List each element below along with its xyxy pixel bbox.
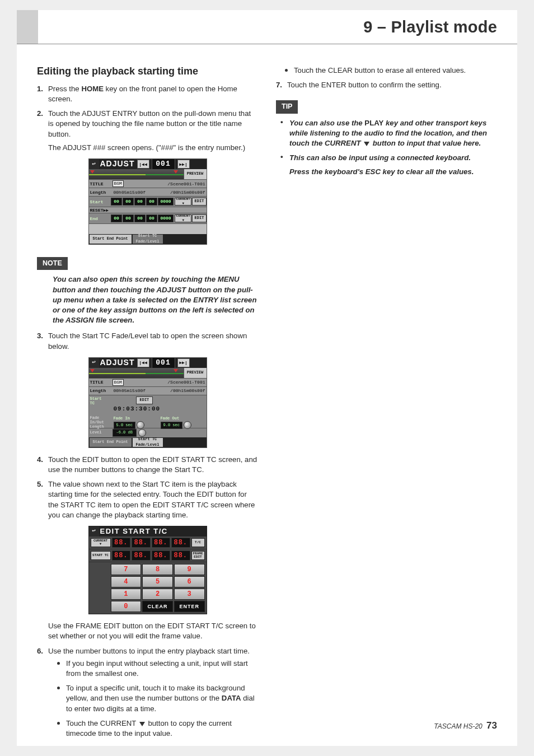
enter-button[interactable]: ENTER — [174, 601, 205, 612]
home-key: HOME — [81, 85, 104, 93]
steps-part4: 6 Use the number buttons to input the en… — [37, 646, 258, 739]
next-entry-button[interactable]: ▶▶| — [177, 358, 190, 367]
starttc-row: START TC 88. 88. 88. 88. FRAMEEDIT — [89, 549, 207, 562]
reset-row: RESET▶▶ — [89, 207, 207, 213]
key-5[interactable]: 5 — [142, 576, 173, 587]
back-icon[interactable]: ↩ — [89, 526, 99, 536]
down-triangle-icon — [364, 142, 369, 146]
key-1[interactable]: 1 — [111, 589, 142, 600]
adjust-titlebar: ↩ ADJUST |◀◀ 001 ▶▶| — [89, 159, 207, 169]
adjust-screen-1: ↩ ADJUST |◀◀ 001 ▶▶| PREVIEW TITLE BGM /… — [88, 158, 207, 245]
bullet: To input a specific unit, touch it to ma… — [48, 683, 258, 714]
title-field[interactable]: BGM — [113, 379, 124, 386]
chapter-title: 9 – Playlist mode — [363, 18, 497, 36]
current-button[interactable]: CURRENT▼ — [175, 214, 191, 222]
step-number: 2 — [37, 109, 43, 119]
step-text: Touch the ADJUST ENTRY button on the pul… — [48, 109, 251, 138]
fade-row: Fade In/Out Length Fade In 5.0 sec Fade … — [89, 416, 207, 428]
screen-title: ADJUST — [99, 158, 135, 169]
end-row: End 00 00 00 00 0000 CURRENT▼ EDIT — [89, 213, 207, 224]
header-accent — [17, 10, 38, 44]
knob-icon[interactable] — [184, 421, 191, 429]
tab-starttc-fade[interactable]: Start TCFade/Level — [132, 437, 163, 447]
tip-bullets: You can also use the PLAY key and other … — [280, 118, 497, 177]
waveform: PREVIEW — [89, 368, 207, 379]
screen-title: ADJUST — [99, 357, 135, 368]
level-value[interactable]: -6.0 dB — [113, 429, 137, 437]
edit-button[interactable]: EDIT — [192, 198, 206, 206]
knob-icon[interactable] — [138, 429, 146, 437]
title-field[interactable]: BGM — [113, 180, 124, 187]
current-button[interactable]: CURRENT▼ — [91, 538, 111, 547]
frame-edit-button[interactable]: FRAMEEDIT — [191, 551, 205, 560]
page: 9 – Playlist mode Editing the playback s… — [17, 10, 517, 746]
key-8[interactable]: 8 — [142, 564, 173, 575]
model-name: TASCAM HS-20 — [434, 722, 482, 730]
preview-button[interactable]: PREVIEW — [184, 169, 207, 179]
back-icon[interactable]: ↩ — [89, 358, 99, 368]
prev-entry-button[interactable]: |◀◀ — [137, 358, 149, 367]
key-6[interactable]: 6 — [174, 576, 205, 587]
note-label: NOTE — [37, 257, 68, 270]
adjust-tabs: Start End Point Start TCFade/Level — [89, 437, 207, 447]
editor-titlebar: ↩ EDIT START T/C — [89, 526, 207, 536]
adjust-tabs: Start End Point Start TCFade/Level — [89, 234, 207, 244]
current-row: CURRENT▼ 88. 88. 88. 88. T/C — [89, 536, 207, 549]
edit-start-tc-screen: ↩ EDIT START T/C CURRENT▼ 88. 88. 88. 88… — [88, 526, 207, 614]
level-row: Level -6.0 dB — [89, 428, 207, 437]
fadeout-value[interactable]: 9.0 sec — [161, 422, 182, 430]
entry-number: 001 — [152, 158, 175, 170]
step-number: 1 — [37, 84, 43, 94]
step-number: 6 — [37, 646, 43, 656]
keypad: 7 8 9 4 5 6 1 2 3 0 CLEAR ENTER — [89, 562, 207, 614]
length-row: Length 00h05m15s00f /00h15m00s00f — [89, 188, 207, 197]
bullet: Touch the CURRENT button to copy the cur… — [48, 718, 258, 739]
step-number: 7 — [276, 80, 282, 90]
tab-start-end[interactable]: Start End Point — [89, 437, 132, 447]
step-text: Press the HOME key on the front panel to… — [48, 85, 237, 103]
step-6-bullets: If you begin input without selecting a u… — [48, 659, 258, 739]
tab-starttc-fade[interactable]: Start TCFade/Level — [132, 234, 163, 244]
step-5-after: Use the FRAME EDIT button on the EDIT ST… — [48, 621, 258, 641]
starttc-block: Start TC EDIT 09:03:30:00 — [89, 395, 207, 416]
page-footer: TASCAM HS-20 73 — [434, 720, 497, 731]
key-9[interactable]: 9 — [174, 564, 205, 575]
key-3[interactable]: 3 — [174, 589, 205, 600]
knob-icon[interactable] — [137, 421, 144, 429]
key-7[interactable]: 7 — [111, 564, 142, 575]
section-heading: Editing the playback starting time — [37, 64, 258, 78]
title-row: TITLE BGM /Scene001-T001 — [89, 379, 207, 387]
screen-title: EDIT START T/C — [99, 526, 168, 536]
current-button[interactable]: CURRENT▼ — [175, 198, 191, 206]
tc-button[interactable]: T/C — [191, 538, 205, 547]
step-text: Touch the Start TC Fade/Level tab to ope… — [48, 332, 247, 350]
waveform: PREVIEW — [89, 169, 207, 180]
step-6-bullets-cont: Touch the CLEAR button to erase all ente… — [276, 66, 497, 76]
starttc-label: START TC — [91, 551, 111, 560]
next-entry-button[interactable]: ▶▶| — [177, 160, 190, 169]
step-number: 3 — [37, 331, 43, 341]
step-text: Touch the ENTER button to confirm the se… — [287, 81, 442, 89]
step-text: Use the number buttons to input the entr… — [48, 647, 250, 655]
steps-part2: 3 Touch the Start TC Fade/Level tab to o… — [37, 331, 258, 351]
step-6: 6 Use the number buttons to input the en… — [37, 646, 258, 739]
clear-button[interactable]: CLEAR — [142, 601, 173, 612]
key-0[interactable]: 0 — [111, 601, 142, 612]
preview-button[interactable]: PREVIEW — [184, 368, 207, 378]
tab-start-end[interactable]: Start End Point — [89, 234, 132, 244]
back-icon[interactable]: ↩ — [89, 159, 99, 169]
note-body: You can also open this screen by touchin… — [53, 274, 258, 325]
edit-button[interactable]: EDIT — [192, 214, 206, 222]
step-number: 4 — [37, 455, 43, 465]
step-4: 4 Touch the EDIT button to open the EDIT… — [37, 455, 258, 475]
left-column: Editing the playback starting time 1 Pre… — [37, 64, 258, 743]
step-7: 7 Touch the ENTER button to confirm the … — [276, 80, 497, 90]
fadein-value[interactable]: 5.0 sec — [114, 422, 135, 430]
prev-entry-button[interactable]: |◀◀ — [137, 160, 149, 169]
tip-label: TIP — [276, 100, 298, 113]
tip-item: This can also be input using a connected… — [280, 153, 497, 176]
edit-button[interactable]: EDIT — [136, 396, 153, 404]
key-4[interactable]: 4 — [111, 576, 142, 587]
length-row: Length 00h05m15s00f /00h15m00s00f — [89, 387, 207, 395]
key-2[interactable]: 2 — [142, 589, 173, 600]
